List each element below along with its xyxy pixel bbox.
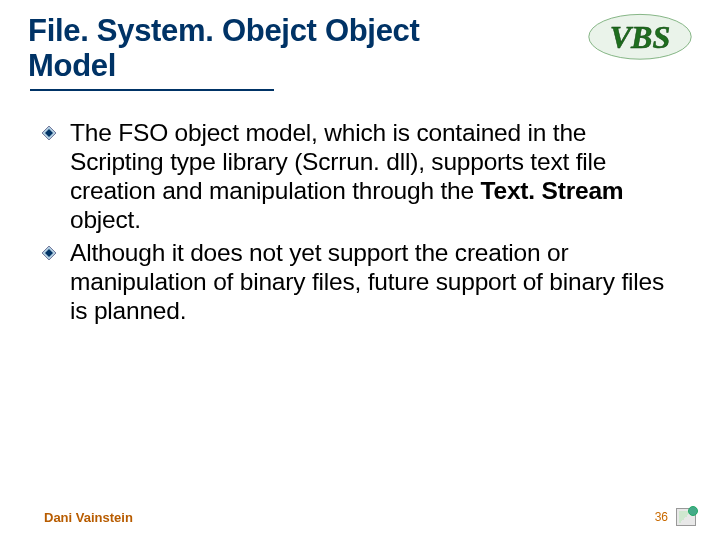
list-item: Although it does not yet support the cre…: [40, 239, 684, 326]
diamond-bullet-icon: [42, 246, 56, 260]
slide-thumb-icon: [676, 508, 696, 526]
bullet-text-suffix: object.: [70, 206, 141, 233]
footer: Dani Vainstein 36: [0, 508, 720, 526]
bullet-text-prefix: Although it does not yet support the cre…: [70, 239, 664, 324]
vbs-logo-svg: VBS: [580, 8, 700, 64]
slide: File. System. Obejct Object Model VBS Th…: [0, 0, 720, 540]
vbs-logo: VBS: [580, 8, 700, 68]
author-name: Dani Vainstein: [44, 510, 133, 525]
page-title: File. System. Obejct Object Model: [28, 14, 508, 83]
page-group: 36: [655, 508, 696, 526]
list-item: The FSO object model, which is contained…: [40, 119, 684, 235]
logo-text: VBS: [610, 19, 670, 55]
page-number: 36: [655, 510, 668, 524]
body: The FSO object model, which is contained…: [0, 91, 720, 325]
title-underline: [30, 89, 274, 91]
header: File. System. Obejct Object Model VBS: [0, 0, 720, 91]
diamond-bullet-icon: [42, 126, 56, 140]
bullet-list: The FSO object model, which is contained…: [40, 119, 684, 325]
bullet-text-bold: Text. Stream: [481, 177, 624, 204]
